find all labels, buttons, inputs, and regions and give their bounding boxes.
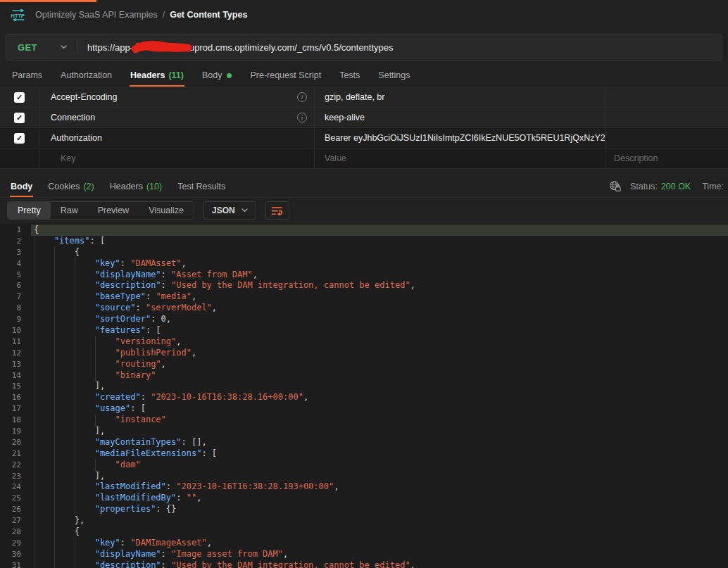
status-value: 200 OK [661,182,691,191]
indent-guide [34,314,54,325]
header-checkbox[interactable]: ✓ [14,92,25,103]
token: , [212,303,217,313]
indent-guide [75,426,95,437]
code-content: "baseType": "media", [31,291,728,303]
format-dropdown[interactable]: JSON [203,201,256,220]
header-key-cell[interactable]: Connectioni [39,108,315,127]
indent-guide [75,560,95,568]
token: "2023-10-16T16:38:28.16+00:00" [151,392,303,402]
view-preview[interactable]: Preview [88,202,139,219]
code-tokens: "displayName": "Asset from DAM", [95,270,258,281]
tab-count: (2) [83,182,94,191]
indent-guide [34,370,54,381]
code-tokens: ], [95,381,105,392]
code-line: 19], [0,426,728,437]
header-key-cell[interactable]: Authorization [39,128,315,148]
indent-guide [95,415,115,426]
line-number: 7 [0,291,21,303]
response-tab-body[interactable]: Body [3,175,40,197]
response-tab-test-results[interactable]: Test Results [170,175,233,197]
indent-guide [34,515,54,526]
status-label: Status: [630,182,658,191]
line-number: 28 [0,526,21,538]
key-placeholder[interactable]: Key [39,149,315,168]
code-tokens: "key": "DAMAsset", [95,258,187,270]
indent-guide [75,549,95,560]
view-pretty[interactable]: Pretty [8,202,51,219]
indent-guide [34,481,54,493]
header-value[interactable]: gzip, deflate, br [315,87,605,107]
code-tokens: "sortOrder": 0, [95,314,171,325]
code-line: 7"baseType": "media", [0,291,728,303]
tab-tests[interactable]: Tests [330,64,369,87]
indent-guide [54,426,75,437]
breadcrumb-request-name[interactable]: Get Content Types [170,10,247,20]
header-value[interactable]: Bearer eyJhbGciOiJSUzI1NiIsImtpZCI6IkEzN… [315,128,605,148]
header-key-cell[interactable]: Accept-Encodingi [39,87,315,107]
indent-guide [75,291,95,303]
url-input[interactable]: https://app-uprod.cms.optimizely.com/_cm… [77,39,722,56]
tab-settings[interactable]: Settings [369,64,419,87]
indent-guide [34,303,54,314]
indent-guide [75,538,95,549]
code-tokens: "lastModifiedBy": "", [95,493,202,504]
view-visualize[interactable]: Visualize [139,202,194,219]
tab-label: Headers [110,182,143,191]
line-number: 19 [0,426,21,437]
code-content: "sortOrder": 0, [31,314,728,325]
method-dropdown[interactable]: GET [6,34,77,60]
check-icon: ✓ [16,134,23,142]
code-content: { [31,247,728,258]
value-placeholder[interactable]: Value [315,149,605,168]
indent-guide [54,247,75,258]
line-number: 31 [0,560,21,568]
tab-authorization[interactable]: Authorization [51,64,121,87]
token: , [207,538,212,548]
indent-guide [75,280,95,291]
indent-guide [34,258,54,270]
indent-guide [34,526,54,538]
header-checkbox[interactable]: ✓ [14,113,25,123]
code-content: "items": [ [31,236,728,247]
code-content: "description": "Used by the DAM integrat… [31,560,728,568]
line-number: 27 [0,515,21,526]
code-line: 28{ [0,526,728,538]
code-content: "description": "Used by the DAM integrat… [31,280,728,291]
description-placeholder[interactable]: Description [605,149,728,168]
header-description[interactable] [605,87,728,107]
response-tab-cookies[interactable]: Cookies(2) [40,175,101,197]
indent-guide [54,258,75,270]
code-line: 23], [0,471,728,482]
code-lines: 1{2"items": [3{4"key": "DAMAsset",5"disp… [0,225,728,568]
tab-headers[interactable]: Headers(11) [121,64,193,87]
view-raw[interactable]: Raw [51,202,88,219]
indent-guide [75,504,95,515]
indent-guide [75,270,95,281]
header-checkbox[interactable]: ✓ [14,133,25,144]
code-content: "key": "DAMAsset", [31,258,728,270]
header-value[interactable]: keep-alive [315,108,605,127]
format-label: JSON [212,206,235,215]
code-tokens: "lastModified": "2023-10-16T16:38:28.193… [95,481,339,493]
tab-pre-request-script[interactable]: Pre-request Script [241,64,330,87]
wrap-lines-button[interactable] [265,201,289,220]
header-description[interactable] [605,128,728,148]
token: , [182,258,187,268]
response-tab-headers[interactable]: Headers(10) [102,175,170,197]
indent-guide [75,359,95,370]
breadcrumb-collection[interactable]: Optimizely SaaS API Examples [35,10,158,20]
network-globe-icon[interactable] [609,180,621,192]
token: "displayName" [95,270,161,279]
tab-params[interactable]: Params [3,64,51,87]
token: "publishPeriod" [115,348,192,358]
tab-body[interactable]: Body [193,64,241,87]
code-tokens: "dam" [115,460,141,471]
indent-guide [34,460,54,471]
token: : [141,392,151,402]
indent-guide [54,448,75,460]
header-description[interactable] [605,108,728,127]
indent-guide [54,493,75,504]
line-number: 15 [0,381,21,392]
indent-guide [54,415,75,426]
response-body-editor[interactable]: 1{2"items": [3{4"key": "DAMAsset",5"disp… [0,223,728,568]
